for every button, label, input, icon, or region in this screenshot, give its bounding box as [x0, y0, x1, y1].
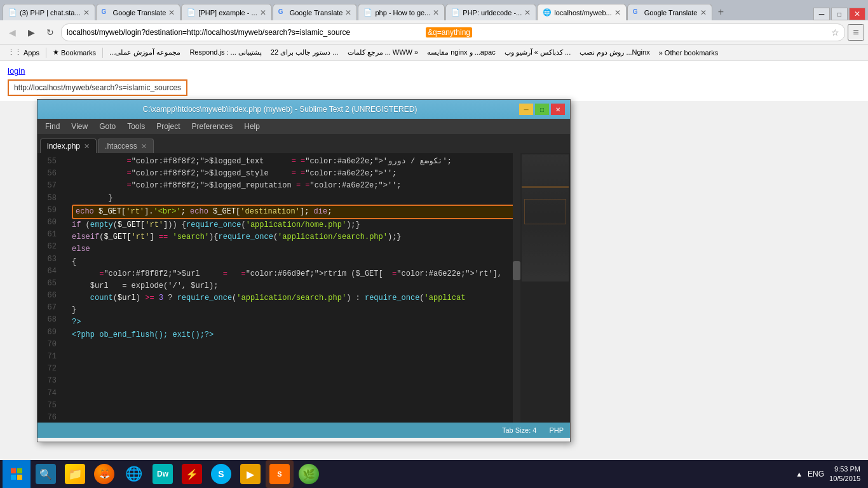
login-link[interactable]: login	[8, 66, 860, 76]
chrome-icon: 🌐	[123, 464, 144, 484]
tab-7-close[interactable]: ✕	[614, 8, 621, 17]
menu-project[interactable]: Project	[151, 121, 185, 132]
bookmark-9[interactable]: روش دوم نصب ...Nginx	[576, 47, 653, 58]
taskbar-media-player[interactable]: ▶	[236, 460, 264, 488]
reload-button[interactable]: ↻	[42, 24, 58, 41]
vertical-scrollbar[interactable]	[513, 153, 520, 423]
menu-goto[interactable]: Goto	[94, 121, 121, 132]
bookmark-7[interactable]: مقایسه nginx و ...apac	[423, 47, 499, 58]
url-display-box: http://localhost/myweb/search?s=islamic_…	[8, 79, 187, 96]
clock: 9:53 PM 10/5/2015	[829, 464, 860, 484]
window-maximize-button[interactable]: □	[831, 8, 848, 20]
bookmark-5[interactable]: 22 دستور جالب برای ...	[267, 47, 342, 58]
bookmark-3[interactable]: ...مجموعه آموزش عملی	[105, 47, 184, 58]
tab-7-favicon: 🌐	[543, 8, 552, 17]
star-icon: ★	[53, 48, 59, 57]
sublime-tab-index-php[interactable]: index.php ✕	[40, 139, 97, 153]
system-tray: ▲ ENG 9:53 PM 10/5/2015	[790, 464, 865, 484]
menu-help[interactable]: Help	[239, 121, 265, 132]
code-content[interactable]: ="color:#f8f8f2;">$logged_text = ="color…	[67, 153, 570, 423]
browser-menu-button[interactable]: ≡	[848, 24, 864, 41]
address-input[interactable]	[67, 28, 426, 37]
tab-4-close[interactable]: ✕	[345, 8, 351, 17]
taskbar: 🔍 📁 🦊 🌐 Dw ⚡ S ▶	[0, 460, 868, 488]
taskbar-green-app[interactable]: 🌿	[295, 460, 323, 488]
svg-rect-0	[11, 468, 16, 473]
bookmark-apps[interactable]: ⋮⋮ Apps	[4, 47, 43, 58]
tab-1[interactable]: 📄 (3) PHP | chat.sta... ✕	[3, 4, 95, 20]
sublime-maximize-button[interactable]: □	[535, 104, 549, 115]
tab-8[interactable]: G Google Translate ✕	[627, 4, 712, 20]
bookmark-4[interactable]: Respond.js : ... پشتیبانی	[186, 47, 265, 58]
page-content: login http://localhost/myweb/search?s=is…	[0, 61, 868, 101]
tab-bar: 📄 (3) PHP | chat.sta... ✕ G Google Trans…	[0, 0, 868, 20]
back-button[interactable]: ◀	[4, 24, 20, 41]
tab-6-close[interactable]: ✕	[524, 8, 531, 17]
start-button[interactable]	[3, 460, 31, 488]
tab-label-htaccess: .htaccess	[105, 142, 137, 151]
bookmarks-bar: ⋮⋮ Apps ★ Bookmarks ...مجموعه آموزش عملی…	[0, 44, 868, 61]
tab-label-index-php: index.php	[47, 142, 80, 151]
menu-find[interactable]: Find	[40, 121, 65, 132]
tab-2[interactable]: G Google Translate ✕	[96, 4, 181, 20]
tab-1-label: (3) PHP | chat.sta...	[20, 9, 81, 17]
sublime-icon: S	[269, 464, 290, 484]
tab-3[interactable]: 📄 [PHP] example - ... ✕	[181, 4, 271, 20]
sublime-tab-htaccess[interactable]: .htaccess ✕	[98, 139, 154, 153]
tab-2-label: Google Translate	[113, 9, 166, 17]
tab-7[interactable]: 🌐 localhost/myweb... ✕	[537, 4, 626, 20]
bookmark-star-icon[interactable]: ☆	[831, 27, 839, 37]
taskbar-file-explorer[interactable]: 📁	[61, 460, 89, 488]
tab-1-favicon: 📄	[8, 8, 17, 17]
tab-4[interactable]: G Google Translate ✕	[273, 4, 358, 20]
svg-rect-3	[17, 475, 22, 480]
taskbar-search[interactable]: 🔍	[32, 460, 60, 488]
scrollbar-thumb[interactable]	[513, 261, 520, 280]
language-indicator: ENG	[808, 470, 824, 478]
firefox-icon: 🦊	[94, 464, 114, 484]
bookmark-8[interactable]: کدباکس » آرشیو وب ...	[501, 47, 575, 58]
tab-5-favicon: 📄	[363, 8, 372, 17]
sublime-close-button[interactable]: ✕	[551, 104, 565, 115]
tab-close-htaccess[interactable]: ✕	[141, 142, 147, 151]
language-status: PHP	[549, 426, 564, 434]
tab-8-close[interactable]: ✕	[700, 8, 707, 17]
tab-4-favicon: G	[278, 8, 287, 17]
tab-3-close[interactable]: ✕	[260, 8, 266, 17]
tab-6-label: PHP: urldecode -...	[463, 9, 522, 17]
tab-2-close[interactable]: ✕	[168, 8, 175, 17]
bookmark-bookmarks[interactable]: ★ Bookmarks	[49, 47, 100, 58]
taskbar-skype[interactable]: S	[207, 460, 235, 488]
tab-4-label: Google Translate	[290, 9, 343, 17]
taskbar-sublime[interactable]: S	[266, 460, 294, 488]
taskbar-dreamweaver[interactable]: Dw	[149, 460, 177, 488]
tab-5-close[interactable]: ✕	[433, 8, 439, 17]
menu-view[interactable]: View	[66, 121, 93, 132]
forward-button[interactable]: ▶	[23, 24, 39, 41]
bookmark-6[interactable]: مرجع کلمات ... WWW »	[344, 47, 423, 58]
tab-8-label: Google Translate	[644, 9, 698, 17]
taskbar-chrome[interactable]: 🌐	[119, 460, 147, 488]
tab-1-close[interactable]: ✕	[83, 8, 90, 17]
new-tab-button[interactable]: +	[713, 4, 729, 20]
sublime-minimize-button[interactable]: ─	[519, 104, 533, 115]
bookmark-more[interactable]: » Other bookmarks	[655, 48, 722, 58]
taskbar-filezilla[interactable]: ⚡	[178, 460, 206, 488]
windows-logo-icon	[10, 468, 23, 480]
menu-preferences[interactable]: Preferences	[187, 121, 238, 132]
nav-bar: ◀ ▶ ↻ &q=anything ☆ ≡	[0, 20, 868, 44]
window-close-button[interactable]: ✕	[849, 8, 865, 20]
tab-7-label: localhost/myweb...	[554, 9, 611, 17]
tab-8-favicon: G	[633, 8, 642, 17]
sublime-text-window: C:\xampp\htdocs\myweb\index.php (myweb) …	[37, 99, 571, 442]
tab-5[interactable]: 📄 php - How to ge... ✕	[358, 4, 445, 20]
expand-tray-icon[interactable]: ▲	[796, 470, 803, 478]
taskbar-firefox[interactable]: 🦊	[90, 460, 118, 488]
menu-tools[interactable]: Tools	[122, 121, 150, 132]
media-player-icon: ▶	[240, 464, 261, 484]
window-minimize-button[interactable]: ─	[813, 8, 830, 20]
tab-close-index-php[interactable]: ✕	[84, 142, 90, 151]
tab-6[interactable]: 📄 PHP: urldecode -... ✕	[445, 4, 536, 20]
code-editor-area[interactable]: 5556575859606162636465666768697071727374…	[37, 153, 570, 423]
browser-window: 📄 (3) PHP | chat.sta... ✕ G Google Trans…	[0, 0, 868, 101]
